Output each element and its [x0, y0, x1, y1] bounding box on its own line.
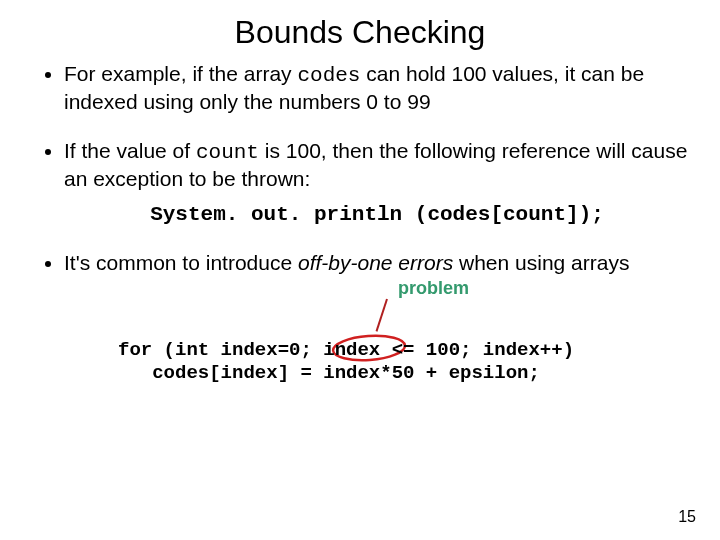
slide-title: Bounds Checking: [30, 14, 690, 51]
bullet-3-italic: off-by-one errors: [298, 251, 453, 274]
code-block: for (int index=0; index <= 100; index++)…: [118, 339, 574, 387]
pointer-line: [376, 298, 388, 331]
problem-label: problem: [398, 277, 469, 300]
bullet-3: It's common to introduce off-by-one erro…: [64, 250, 690, 396]
bullet-3-text-a: It's common to introduce: [64, 251, 298, 274]
bullet-1-text-a: For example, if the array: [64, 62, 297, 85]
bullet-1-code: codes: [297, 64, 360, 87]
bullet-list: For example, if the array codes can hold…: [30, 61, 690, 397]
bullet-2-text-a: If the value of: [64, 139, 196, 162]
annotation-area: problem for (int index=0; index <= 100; …: [64, 277, 690, 397]
code-line-center: System. out. println (codes[count]);: [64, 202, 690, 228]
slide: Bounds Checking For example, if the arra…: [0, 0, 720, 540]
page-number: 15: [678, 508, 696, 526]
bullet-3-text-b: when using arrays: [453, 251, 629, 274]
bullet-2: If the value of count is 100, then the f…: [64, 138, 690, 229]
bullet-1: For example, if the array codes can hold…: [64, 61, 690, 116]
bullet-2-code: count: [196, 141, 259, 164]
